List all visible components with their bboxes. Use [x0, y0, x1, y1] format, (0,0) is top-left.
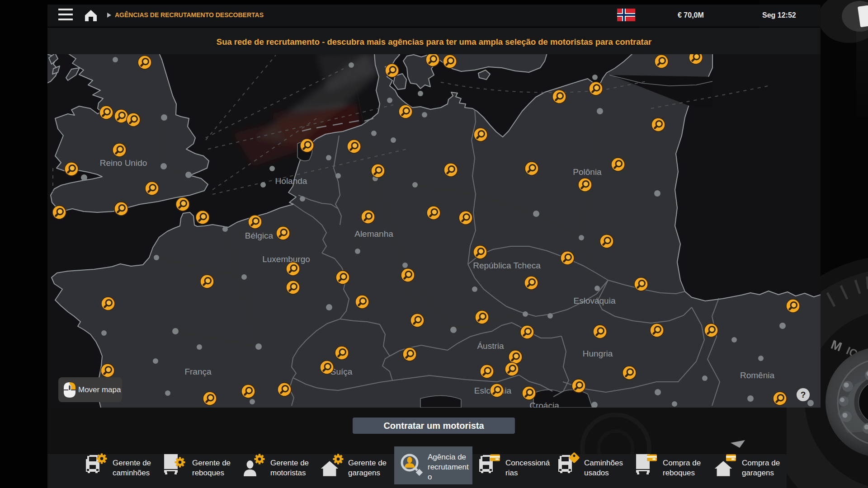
svg-text:recrutament: recrutament: [428, 463, 469, 471]
svg-text:Concessioná: Concessioná: [505, 459, 550, 467]
svg-text:Bélgica: Bélgica: [245, 231, 274, 240]
svg-text:Caminhões: Caminhões: [584, 459, 623, 467]
svg-text:República Tcheca: República Tcheca: [473, 261, 541, 270]
svg-text:Agência de: Agência de: [428, 453, 466, 461]
svg-text:Hungria: Hungria: [583, 349, 613, 358]
svg-text:caminhões: caminhões: [113, 469, 150, 477]
svg-text:França: França: [184, 367, 212, 376]
svg-text:usados: usados: [584, 469, 609, 477]
svg-text:Gerente de: Gerente de: [270, 459, 309, 467]
svg-text:Compra de: Compra de: [742, 459, 780, 467]
svg-text:Romênia: Romênia: [740, 371, 774, 380]
svg-text:rias: rias: [505, 469, 518, 477]
svg-text:Eslováquia: Eslováquia: [574, 296, 616, 305]
svg-text:reboques: reboques: [192, 469, 224, 477]
svg-text:Áustria: Áustria: [477, 341, 504, 351]
svg-text:garagens: garagens: [348, 469, 380, 477]
svg-text:Compra de: Compra de: [663, 459, 701, 467]
svg-text:Gerente de: Gerente de: [348, 459, 387, 467]
svg-text:Polônia: Polônia: [573, 167, 602, 177]
svg-text:Holanda: Holanda: [275, 176, 307, 186]
svg-text:Luxemburgo: Luxemburgo: [262, 254, 310, 264]
svg-text:Gerente de: Gerente de: [192, 459, 231, 467]
svg-text:Reino Unido: Reino Unido: [100, 158, 147, 168]
svg-text:o: o: [428, 473, 432, 481]
svg-text:Croácia: Croácia: [529, 401, 559, 408]
svg-text:motoristas: motoristas: [270, 469, 306, 477]
svg-text:Gerente de: Gerente de: [113, 459, 151, 467]
svg-text:reboques: reboques: [663, 469, 695, 477]
svg-text:garagens: garagens: [742, 469, 774, 477]
svg-text:Alemanha: Alemanha: [354, 229, 393, 239]
